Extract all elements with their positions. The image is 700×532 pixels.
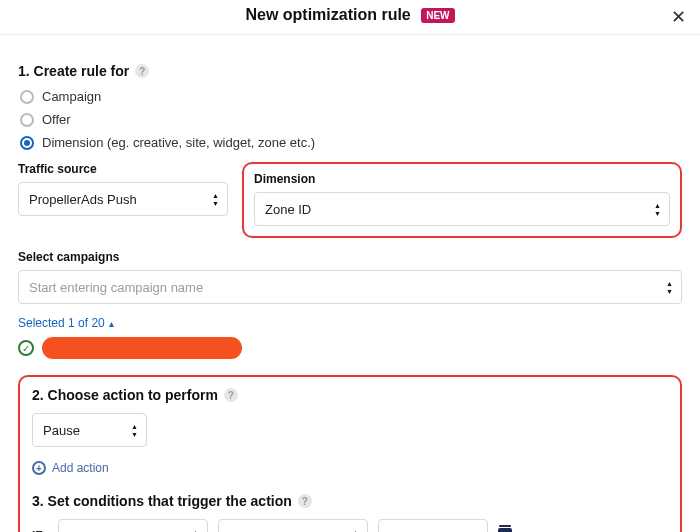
radio-label: Campaign [42,89,101,104]
caret-icon [212,191,219,207]
traffic-source-label: Traffic source [18,162,228,176]
traffic-source-select[interactable]: PropellerAds Push [18,182,228,216]
section-2-title-text: 2. Choose action to perform [32,387,218,403]
redacted-campaign-chip[interactable] [42,337,242,359]
help-icon[interactable]: ? [135,64,149,78]
input-value: 2 [389,529,396,533]
radio-label: Dimension (eg. creative, site, widget, z… [42,135,315,150]
section-2-title: 2. Choose action to perform ? [32,387,668,403]
condition-operator-select[interactable]: is higher than [218,519,368,532]
section-3-title: 3. Set conditions that trigger the actio… [32,493,668,509]
new-badge: NEW [421,8,454,23]
plus-icon [32,461,46,475]
close-icon[interactable]: ✕ [671,6,686,28]
increment-button[interactable]: + [473,529,481,533]
caret-icon [192,528,199,532]
section-1-title: 1. Create rule for ? [18,63,682,79]
section-1-title-text: 1. Create rule for [18,63,129,79]
radio-icon [20,90,34,104]
dimension-label: Dimension [254,172,670,186]
select-value: PropellerAds Push [29,192,137,207]
decrement-button[interactable]: − [462,529,470,533]
trash-icon[interactable] [498,528,512,532]
select-campaigns-label: Select campaigns [18,250,682,264]
chevron-up-icon [109,316,114,330]
radio-icon [20,136,34,150]
selected-count-text: Selected 1 of 20 [18,316,105,330]
campaigns-input[interactable]: Start entering campaign name [18,270,682,304]
help-icon[interactable]: ? [298,494,312,508]
condition-metric-select[interactable]: cost [58,519,208,532]
condition-row: IF cost is higher than 2 −+ [32,519,668,532]
placeholder-text: Start entering campaign name [29,280,203,295]
add-action-label: Add action [52,461,109,475]
dimension-select[interactable]: Zone ID [254,192,670,226]
page-title: New optimization rule [245,6,410,24]
action-select[interactable]: Pause [32,413,147,447]
add-action-button[interactable]: Add action [32,461,668,475]
caret-icon [352,528,359,532]
radio-icon [20,113,34,127]
check-circle-icon [18,340,34,356]
caret-icon [131,422,138,438]
condition-value-input[interactable]: 2 −+ [378,519,488,532]
radio-dimension[interactable]: Dimension (eg. creative, site, widget, z… [20,135,682,150]
radio-campaign[interactable]: Campaign [20,89,682,104]
radio-offer[interactable]: Offer [20,112,682,127]
select-value: Pause [43,423,80,438]
select-value: cost [69,529,93,533]
section-3-title-text: 3. Set conditions that trigger the actio… [32,493,292,509]
select-value: Zone ID [265,202,311,217]
caret-icon [666,279,673,295]
selected-count-toggle[interactable]: Selected 1 of 20 [18,316,114,330]
select-value: is higher than [229,529,307,533]
help-icon[interactable]: ? [224,388,238,402]
caret-icon [654,201,661,217]
radio-label: Offer [42,112,71,127]
